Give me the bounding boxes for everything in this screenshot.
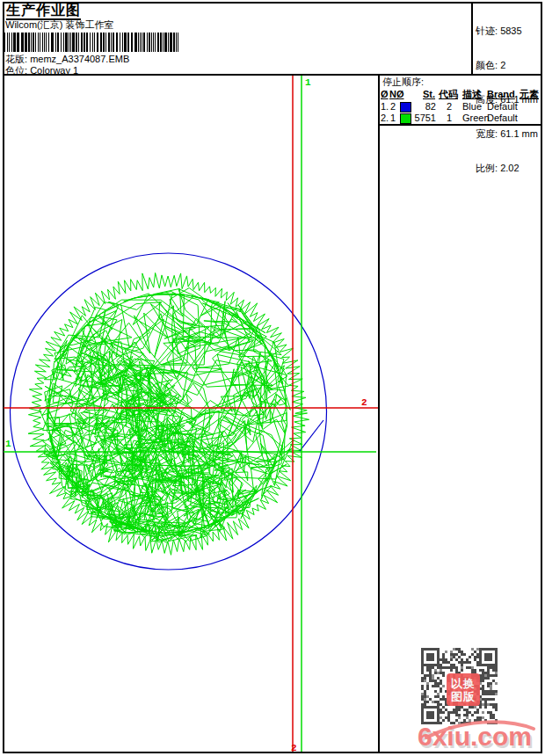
watermark: 6xiu.com xyxy=(414,718,545,755)
pattern-value: memz_A3374087.EMB xyxy=(30,54,129,64)
col-needle: NØ xyxy=(389,89,404,99)
col-code: 代码 xyxy=(439,89,458,99)
thread-color-swatch xyxy=(400,113,411,124)
col-stitches: St. xyxy=(423,89,435,99)
stop-table-bottom-border xyxy=(378,124,542,126)
red-stamp: 以换 图版 xyxy=(447,673,480,706)
stop-sequence-title: 停止顺序: xyxy=(382,76,424,87)
stat-width: 宽度: 61.1 mm xyxy=(476,128,541,140)
marker-bottom: 2 xyxy=(291,743,297,752)
production-worksheet: 生产作业图 Wilcom(汇京) 装饰工作室 花版: memz_A3374087… xyxy=(0,0,545,756)
stitch-fill-pattern xyxy=(28,273,309,555)
design-right-divider xyxy=(378,75,380,752)
page-title: 生产作业图 xyxy=(6,3,81,20)
header-divider xyxy=(471,2,473,75)
marker-right: 2 xyxy=(361,397,367,408)
stat-stitches: 针迹: 5835 xyxy=(476,25,541,37)
thread-color-swatch xyxy=(400,102,411,113)
watermark-swoosh xyxy=(414,718,545,755)
marker-top: 1 xyxy=(305,77,311,88)
pattern-file-line: 花版: memz_A3374087.EMB xyxy=(5,54,129,65)
col-stop-number: Ø xyxy=(381,89,389,99)
barcode xyxy=(4,33,182,52)
stat-scale: 比例: 2.02 xyxy=(476,163,541,174)
stop-sequence-panel: 停止顺序: Ø NØ St. 代码 描述 Brand 元素 1. 2 82 2 … xyxy=(381,76,541,124)
marker-left: 1 xyxy=(5,439,11,449)
col-description: 描述 xyxy=(462,89,482,99)
col-element: 元素 xyxy=(520,89,539,99)
pattern-label: 花版: xyxy=(5,54,27,64)
col-brand: Brand xyxy=(487,89,515,99)
stamp-text-line2: 图版 xyxy=(451,690,476,703)
studio-name: Wilcom(汇京) 装饰工作室 xyxy=(5,19,113,31)
stamp-text-line1: 以换 xyxy=(451,677,476,690)
stat-colors: 颜色: 2 xyxy=(476,60,541,71)
design-preview: 1 1 2 2 xyxy=(4,76,378,752)
